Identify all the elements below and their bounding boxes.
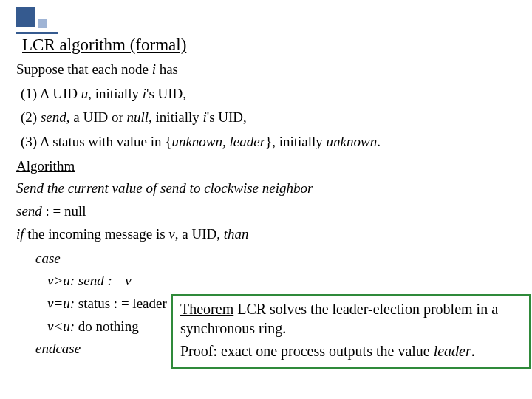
item-2: (2) send, a UID or null, initially i's U… xyxy=(13,109,522,127)
slide: LCR algorithm (formal) Suppose that each… xyxy=(0,0,532,399)
var-u: u xyxy=(81,86,89,101)
initial-value: unknown xyxy=(327,134,378,149)
text: , initially xyxy=(88,86,142,101)
text: (3) A status with value in { xyxy=(21,134,171,149)
action: status : = leader xyxy=(75,296,167,311)
text: . xyxy=(471,343,475,359)
text: , a UID or xyxy=(66,109,127,125)
text: has xyxy=(156,61,178,77)
var-send: send xyxy=(41,109,66,125)
text: (2) xyxy=(21,109,41,125)
text: (1) A UID xyxy=(21,86,81,101)
text: Suppose that each node xyxy=(16,61,152,77)
item-1: (1) A UID u, initially i's UID, xyxy=(13,85,522,103)
text: }, initially xyxy=(265,134,326,149)
cond: v<u: xyxy=(47,318,75,334)
action: do nothing xyxy=(75,318,139,334)
var-v: v xyxy=(168,226,174,242)
text: , xyxy=(183,86,186,101)
case-line: case xyxy=(13,250,522,268)
assign-line: send : = null xyxy=(13,202,522,221)
text: : = null xyxy=(42,203,86,219)
theorem-line: Theorem LCR solves the leader-election p… xyxy=(180,300,522,338)
leader-word: leader xyxy=(434,343,471,359)
item-3: (3) A status with value in {unknown, lea… xyxy=(13,133,522,151)
values: unknown, leader xyxy=(171,134,265,149)
proof-text: Proof: exact one process outputs the val… xyxy=(180,343,434,359)
suppose-line: Suppose that each node i has xyxy=(13,61,522,79)
case-1: v>u: send : =v xyxy=(13,272,522,290)
var-null: null xyxy=(127,109,149,125)
proof-line: Proof: exact one process outputs the val… xyxy=(180,342,522,361)
cond: v=u: xyxy=(47,296,75,311)
if-line: if the incoming message is v, a UID, tha… xyxy=(13,225,522,244)
text: 's UID, xyxy=(207,109,247,125)
text: . xyxy=(377,134,381,149)
slide-title: LCR algorithm (formal) xyxy=(22,35,186,55)
kw-than: than xyxy=(224,226,249,242)
send-line: Send the current value of send to clockw… xyxy=(13,180,522,198)
text: , a UID, xyxy=(175,226,224,242)
text: the incoming message is xyxy=(24,226,169,242)
theorem-label: Theorem xyxy=(180,301,233,317)
theorem-box: Theorem LCR solves the leader-election p… xyxy=(171,294,531,369)
var-send: send xyxy=(16,203,42,219)
text: , initially xyxy=(149,109,202,125)
algorithm-label: Algorithm xyxy=(13,157,522,176)
kw-if: if xyxy=(16,226,24,242)
text: 's UID xyxy=(146,86,183,101)
